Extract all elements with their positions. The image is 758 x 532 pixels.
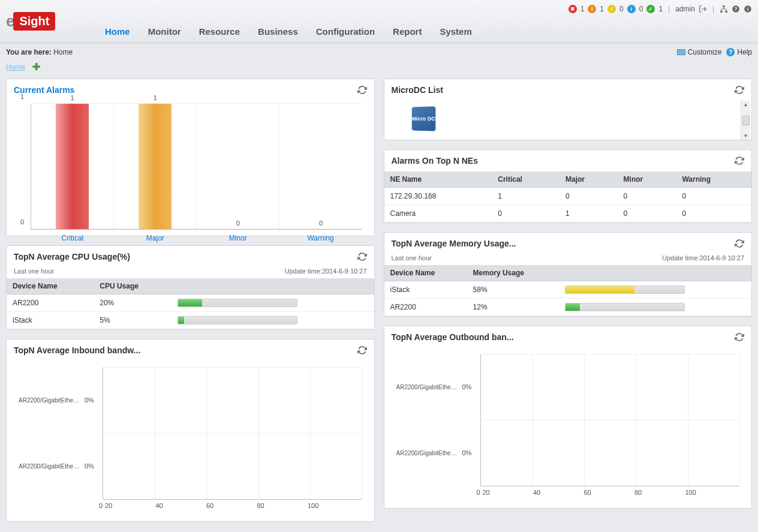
nav-business[interactable]: Business [258, 26, 298, 37]
svg-text:?: ? [735, 7, 738, 12]
logo: eSight [6, 12, 55, 32]
status-ok-count: 1 [658, 5, 663, 13]
status-ok-icon[interactable]: ✓ [646, 5, 655, 13]
panel-title: TopN Average Outbound ban... [392, 332, 514, 342]
left-column: Current Alarms 011100CriticalMajorMinorW… [6, 79, 375, 522]
scroll-up-icon[interactable]: ▲ [744, 102, 748, 107]
panel-inbound-bandwidth: TopN Average Inbound bandw... AR2200/Gig… [6, 339, 375, 522]
svg-rect-1 [720, 11, 723, 13]
status-major-count: 1 [600, 5, 604, 13]
customize-link[interactable]: Customize [677, 48, 722, 56]
col-header: CPU Usage [94, 278, 172, 294]
info-icon[interactable]: i [744, 5, 752, 13]
logout-icon[interactable] [699, 5, 707, 13]
chart-row: AR2200/GigabitEthern...0% [19, 367, 362, 433]
status-info-count: 0 [639, 5, 643, 13]
tab-home[interactable]: Home [6, 63, 25, 71]
panel-alarms-top-n: Alarms On Top N NEs NE NameCriticalMajor… [384, 149, 753, 223]
memory-table: Device NameMemory Usage iStack58%AR22001… [384, 265, 752, 316]
customize-icon [677, 49, 685, 55]
panel-title: TopN Average CPU Usage(%) [14, 252, 130, 262]
inbound-chart: AR2200/GigabitEthern...0%AR2200/GigabitE… [7, 361, 374, 521]
col-header: Memory Usage [467, 265, 560, 281]
svg-rect-2 [725, 11, 727, 13]
col-header: NE Name [384, 172, 492, 188]
table-row[interactable]: Camera0100 [384, 205, 752, 223]
status-warning-count: 0 [619, 5, 624, 13]
col-header: Device Name [7, 278, 94, 294]
add-tab-button[interactable]: ✚ [32, 61, 40, 73]
refresh-icon[interactable] [735, 239, 744, 248]
panel-title: Alarms On Top N NEs [392, 156, 478, 166]
chart-category[interactable]: Warning [279, 234, 362, 242]
question-icon: ? [726, 48, 735, 56]
refresh-icon[interactable] [357, 345, 367, 355]
panel-outbound-bandwidth: TopN Average Outbound ban... AR2200/Giga… [384, 326, 753, 509]
panel-title: TopN Average Memory Usage... [392, 239, 516, 248]
panel-current-alarms: Current Alarms 011100CriticalMajorMinorW… [6, 79, 375, 236]
scrollbar[interactable]: ▲▼ [741, 101, 750, 140]
svg-rect-0 [723, 5, 725, 7]
chart-row: AR2200/GigabitEthern...0% [19, 433, 362, 499]
status-critical-count: 1 [580, 5, 585, 13]
col-header: Critical [492, 172, 560, 188]
sitemap-icon[interactable] [720, 5, 728, 13]
scroll-down-icon[interactable]: ▼ [744, 133, 748, 139]
refresh-icon[interactable] [735, 85, 744, 95]
panel-title: MicroDC List [392, 85, 443, 95]
table-row[interactable]: iStack58% [384, 281, 752, 299]
table-row[interactable]: 172.29.30.1681000 [384, 188, 752, 205]
status-major-icon[interactable]: ! [588, 5, 596, 13]
cpu-table: Device NameCPU Usage AR220020%iStack5% [7, 278, 374, 329]
breadcrumb: You are here: Home [6, 48, 73, 56]
panel-cpu-usage: TopN Average CPU Usage(%) Last one hourU… [6, 245, 375, 330]
chart-category[interactable]: Major [114, 234, 197, 242]
nav-system[interactable]: System [440, 26, 471, 37]
col-header: Minor [618, 172, 676, 188]
outbound-chart: AR2200/GigabitEthern...0%AR2200/GigabitE… [384, 348, 752, 508]
nav-configuration[interactable]: Configuration [316, 26, 375, 37]
refresh-icon[interactable] [735, 332, 744, 342]
user-label[interactable]: admin [675, 5, 695, 13]
chart-category[interactable]: Minor [197, 234, 279, 242]
logo-name: Sight [13, 12, 55, 31]
panel-microdc-list: MicroDC List Micro DC ▲▼ [384, 79, 753, 140]
scroll-thumb[interactable] [742, 116, 750, 125]
col-header: Major [560, 172, 618, 188]
refresh-icon[interactable] [357, 85, 367, 95]
chart-category[interactable]: Critical [31, 234, 114, 242]
panel-subtitle-left: Last one hour [14, 267, 54, 275]
breadcrumb-bar: You are here: Home Customize ?Help [0, 43, 758, 61]
top-status-bar: ✖1 !1 !0 i0 ✓1 | admin | ? i [568, 5, 752, 13]
right-column: MicroDC List Micro DC ▲▼ Alarms On Top N… [384, 79, 753, 522]
nav-home[interactable]: Home [105, 26, 130, 37]
nav-resource[interactable]: Resource [199, 26, 240, 37]
svg-text:i: i [747, 7, 748, 12]
table-row[interactable]: AR220012% [384, 299, 752, 316]
panel-subtitle-right: Update time:2014-6-9 10:27 [285, 267, 367, 275]
microdc-item[interactable]: Micro DC [411, 106, 435, 131]
nav-report[interactable]: Report [393, 26, 422, 37]
status-critical-icon[interactable]: ✖ [568, 5, 577, 13]
help-icon[interactable]: ? [732, 5, 740, 13]
top-bar: eSight HomeMonitorResourceBusinessConfig… [0, 0, 758, 43]
panel-subtitle-left: Last one hour [392, 254, 432, 262]
col-header: Warning [676, 172, 751, 188]
help-link[interactable]: ?Help [726, 48, 752, 56]
refresh-icon[interactable] [735, 156, 744, 166]
chart-row: AR2200/GigabitEthern...0% [396, 354, 740, 420]
chart-row: AR2200/GigabitEthern...0% [396, 420, 740, 486]
col-header: Device Name [384, 265, 467, 281]
status-warning-icon[interactable]: ! [607, 5, 616, 13]
table-row[interactable]: iStack5% [7, 312, 374, 329]
table-row[interactable]: AR220020% [7, 294, 374, 312]
alarm-bar-chart: 011100CriticalMajorMinorWarning [31, 104, 362, 230]
alarms-top-table: NE NameCriticalMajorMinorWarning172.29.3… [384, 172, 752, 223]
dashboard: Current Alarms 011100CriticalMajorMinorW… [0, 73, 758, 528]
page-tabs: Home ✚ [0, 61, 758, 73]
refresh-icon[interactable] [357, 252, 367, 262]
nav-monitor[interactable]: Monitor [148, 26, 181, 37]
panel-title: TopN Average Inbound bandw... [14, 345, 140, 355]
status-info-icon[interactable]: i [627, 5, 636, 13]
panel-subtitle-right: Update time:2014-6-9 10:27 [662, 254, 744, 262]
